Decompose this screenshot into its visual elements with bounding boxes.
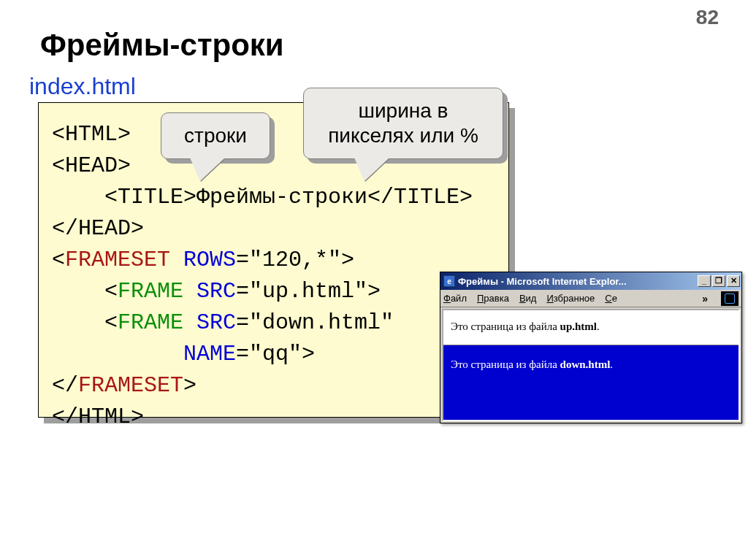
t: > xyxy=(183,373,196,398)
kw-frameset: FRAMESET xyxy=(65,248,170,272)
throbber-icon xyxy=(721,291,739,306)
callout-rows: строки xyxy=(161,112,270,159)
t: < xyxy=(52,248,65,272)
menu-edit[interactable]: Правка xyxy=(477,293,509,304)
window-title: Фреймы - Microsoft Internet Explor... xyxy=(458,276,627,287)
code-line: <TITLE>Фреймы-строки</TITLE> xyxy=(52,185,473,210)
frame-bottom-text-a: Это страница из файла xyxy=(451,358,560,370)
minimize-button[interactable]: _ xyxy=(698,275,711,287)
t: ="down.html" xyxy=(236,310,394,335)
callout-width: ширина в пикселях или % xyxy=(303,88,503,159)
window-buttons: _ ❐ ✕ xyxy=(696,275,740,287)
page-number: 82 xyxy=(696,6,719,29)
code-line: <HEAD> xyxy=(52,153,131,178)
attr-rows: ROWS xyxy=(183,248,236,272)
callout-bubble: ширина в пикселях или % xyxy=(303,88,503,159)
frame-top-text-a: Это страница из файла xyxy=(451,321,560,332)
slide-title: Фреймы-строки xyxy=(40,28,284,63)
t: ="120,*"> xyxy=(236,248,354,272)
t xyxy=(170,248,183,272)
browser-viewport: Это страница из файла up.html. Это стран… xyxy=(442,309,740,421)
browser-titlebar[interactable]: e Фреймы - Microsoft Internet Explor... … xyxy=(440,272,741,290)
attr-name: NAME xyxy=(183,342,236,367)
t: < xyxy=(52,310,118,335)
t: < xyxy=(52,279,118,304)
frame-top-filename: up.html xyxy=(560,321,597,332)
attr-src: SRC xyxy=(196,310,236,335)
browser-menubar: Файл Правка Вид Избранное Се » xyxy=(440,290,741,307)
attr-src: SRC xyxy=(196,279,236,304)
code-line: <FRAME SRC="up.html"> xyxy=(52,279,381,304)
menu-file[interactable]: Файл xyxy=(443,293,467,304)
throbber-inner xyxy=(725,294,735,304)
kw-frameset: FRAMESET xyxy=(78,373,183,398)
callout-tail xyxy=(354,158,389,181)
code-line: <FRAMESET ROWS="120,*"> xyxy=(52,248,354,272)
maximize-button[interactable]: ❐ xyxy=(712,275,725,287)
code-line: </HTML> xyxy=(52,404,144,429)
t xyxy=(183,279,196,304)
menu-view[interactable]: Вид xyxy=(519,293,537,304)
t xyxy=(183,310,196,335)
code-line: </FRAMESET> xyxy=(52,373,196,398)
frame-bottom: Это страница из файла down.html. xyxy=(443,345,739,420)
close-button[interactable]: ✕ xyxy=(727,275,740,287)
kw-frame: FRAME xyxy=(118,310,183,335)
code-line: <FRAME SRC="down.html" xyxy=(52,310,394,335)
t: ="qq"> xyxy=(236,342,315,367)
kw-frame: FRAME xyxy=(118,279,183,304)
code-line: </HEAD> xyxy=(52,216,144,241)
filename-label: index.html xyxy=(29,73,136,100)
code-line: <HTML> xyxy=(52,122,131,147)
menu-services-cut[interactable]: Се xyxy=(605,293,617,304)
t xyxy=(52,342,183,367)
callout-bubble: строки xyxy=(161,112,270,159)
browser-window: e Фреймы - Microsoft Internet Explor... … xyxy=(440,272,742,423)
frame-bottom-filename: down.html xyxy=(560,358,611,370)
ie-icon: e xyxy=(443,275,455,287)
t: ="up.html"> xyxy=(236,279,381,304)
menu-favorites[interactable]: Избранное xyxy=(546,293,595,304)
frame-top-text-c: . xyxy=(597,321,600,332)
menu-more[interactable]: » xyxy=(702,293,708,304)
frame-bottom-text-c: . xyxy=(610,358,613,370)
code-line: NAME="qq"> xyxy=(52,342,315,367)
frame-top: Это страница из файла up.html. xyxy=(443,310,739,345)
t: </ xyxy=(52,373,78,398)
callout-tail xyxy=(190,158,225,181)
